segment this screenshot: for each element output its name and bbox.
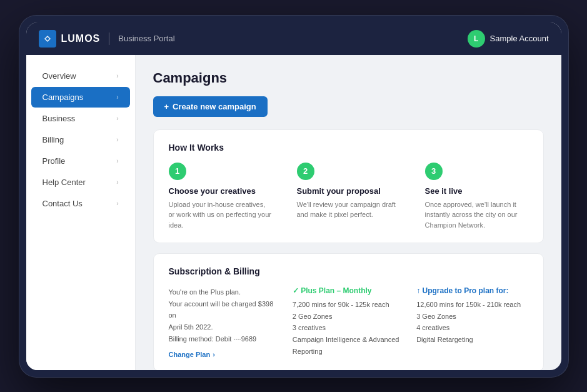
step-2-number: 2 [297, 163, 314, 180]
how-it-works-title: How It Works [169, 143, 528, 153]
sidebar-item-billing[interactable]: Billing › [31, 129, 130, 150]
billing-line3: April 5th 2022. [169, 321, 280, 333]
topbar: LUMOS Business Portal L Sample Account [26, 23, 561, 55]
sidebar-label-profile: Profile [43, 156, 66, 166]
upgrade-icon: ↑ [416, 286, 422, 295]
sidebar: Overview › Campaigns › Business › Billin… [26, 55, 136, 370]
billing-left-col: You're on the Plus plan. Your account wi… [169, 286, 280, 358]
step-1-number: 1 [169, 163, 186, 180]
create-campaign-button[interactable]: + Create new campaign [153, 96, 268, 117]
pro-item-0: 12,600 mins for 150k - 210k reach [416, 299, 528, 311]
sidebar-label-billing: Billing [43, 135, 64, 144]
logo-icon [39, 30, 56, 48]
sidebar-label-overview: Overview [43, 71, 76, 81]
plus-item-1: 2 Geo Zones [293, 311, 404, 323]
sidebar-item-profile[interactable]: Profile › [31, 151, 130, 171]
chevron-icon: › [116, 179, 118, 186]
steps-row: 1 Choose your creatives Upload your in-h… [169, 163, 528, 231]
billing-line1: You're on the Plus plan. [169, 286, 280, 298]
plus-plan-label: Plus Plan – Monthly [301, 286, 371, 295]
sidebar-label-business: Business [43, 114, 76, 123]
check-icon: ✓ [293, 286, 301, 295]
chevron-icon: › [116, 73, 118, 79]
step-2-title: Submit your proposal [297, 186, 400, 196]
pro-plan-items: 12,600 mins for 150k - 210k reach 3 Geo … [416, 299, 528, 346]
step-1-desc: Upload your in-house creatives, or work … [169, 199, 272, 231]
plus-plan-items: 7,200 mins for 90k - 125k reach 2 Geo Zo… [293, 299, 404, 357]
billing-middle-col: ✓ Plus Plan – Monthly 7,200 mins for 90k… [293, 286, 404, 358]
logo-area: LUMOS [39, 30, 101, 48]
sidebar-item-campaigns[interactable]: Campaigns › [31, 87, 130, 108]
chevron-icon: › [116, 158, 118, 164]
subscription-title: Subscription & Billing [169, 266, 528, 276]
topbar-account: L Sample Account [468, 30, 549, 48]
create-btn-label: Create new campaign [173, 102, 256, 111]
step-2: 2 Submit your proposal We'll review your… [297, 163, 400, 231]
change-plan-link[interactable]: Change Plan › [169, 351, 280, 358]
plus-icon: + [164, 102, 169, 111]
chevron-icon: › [116, 115, 118, 122]
chevron-icon: › [116, 136, 118, 143]
step-3-title: See it live [425, 186, 528, 196]
billing-left-info: You're on the Plus plan. Your account wi… [169, 286, 280, 344]
step-1: 1 Choose your creatives Upload your in-h… [169, 163, 272, 231]
main-layout: Overview › Campaigns › Business › Billin… [26, 55, 561, 370]
page-title: Campaigns [153, 70, 544, 86]
chevron-icon: › [116, 94, 118, 101]
pro-item-1: 3 Geo Zones [416, 311, 528, 323]
step-3: 3 See it live Once approved, we'll launc… [425, 163, 528, 231]
sidebar-item-business[interactable]: Business › [31, 108, 130, 129]
step-3-desc: Once approved, we'll launch it instantly… [425, 199, 528, 231]
sidebar-label-campaigns: Campaigns [43, 93, 84, 102]
billing-line2: Your account will be charged $398 on [169, 298, 280, 321]
plus-plan-title: ✓ Plus Plan – Monthly [293, 286, 404, 295]
chevron-icon: › [116, 200, 118, 207]
account-name: Sample Account [490, 34, 549, 43]
sidebar-item-help-center[interactable]: Help Center › [31, 172, 130, 193]
account-avatar: L [468, 30, 485, 48]
how-it-works-card: How It Works 1 Choose your creatives Upl… [153, 129, 544, 244]
topbar-divider [109, 33, 109, 45]
sidebar-label-contact-us: Contact Us [43, 199, 83, 208]
change-plan-chevron: › [213, 351, 215, 358]
step-1-title: Choose your creatives [169, 186, 272, 196]
plus-item-2: 3 creatives [293, 322, 404, 334]
subscription-billing-card: Subscription & Billing You're on the Plu… [153, 253, 544, 370]
plus-item-0: 7,200 mins for 90k - 125k reach [293, 299, 404, 311]
account-initial: L [474, 34, 478, 43]
sidebar-label-help-center: Help Center [43, 178, 86, 187]
logo-text: LUMOS [61, 33, 101, 44]
content-area: Campaigns + Create new campaign How It W… [136, 55, 561, 370]
topbar-portal-label: Business Portal [118, 34, 174, 43]
pro-item-2: 4 creatives [416, 322, 528, 334]
change-plan-label: Change Plan [169, 351, 211, 358]
device-screen: LUMOS Business Portal L Sample Account O… [26, 23, 561, 370]
billing-right-col: ↑ Upgrade to Pro plan for: 12,600 mins f… [416, 286, 528, 358]
sidebar-item-contact-us[interactable]: Contact Us › [31, 193, 130, 214]
billing-line4: Billing method: Debit ····9689 [169, 333, 280, 345]
pro-plan-title: ↑ Upgrade to Pro plan for: [416, 286, 528, 295]
pro-plan-label: Upgrade to Pro plan for: [423, 286, 509, 295]
step-3-number: 3 [425, 163, 443, 180]
device-frame: LUMOS Business Portal L Sample Account O… [19, 15, 569, 378]
sidebar-item-overview[interactable]: Overview › [31, 66, 130, 86]
plus-item-3: Campaign Intelligence & Advanced Reporti… [293, 334, 404, 357]
step-2-desc: We'll review your campaign draft and mak… [297, 199, 400, 220]
pro-item-3: Digital Retargeting [416, 334, 528, 346]
billing-grid: You're on the Plus plan. Your account wi… [169, 286, 528, 358]
